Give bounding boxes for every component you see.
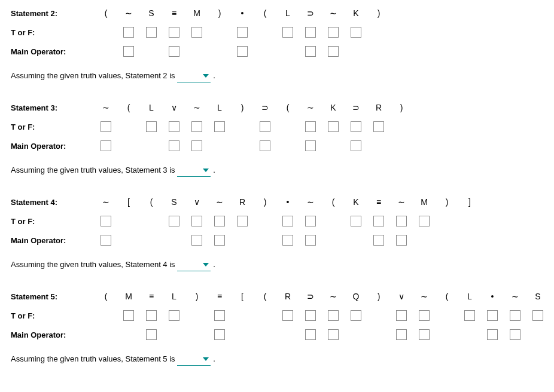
mainop-input[interactable] [305,140,316,151]
truth-value-select[interactable] [177,259,211,271]
logic-symbol: L [467,292,472,301]
mainop-input[interactable] [305,235,316,246]
torf-input[interactable] [214,121,225,132]
torf-input[interactable] [351,216,361,226]
logic-symbol: L [217,103,222,112]
mainop-input[interactable] [123,46,134,57]
mainop-input[interactable] [305,329,316,340]
mainop-input[interactable] [305,46,316,57]
logic-symbol: ∼ [102,103,109,112]
torf-input[interactable] [169,216,179,226]
torf-input[interactable] [146,310,157,321]
torf-input[interactable] [328,310,339,321]
statement-title: Statement 2: [11,9,95,18]
torf-input[interactable] [532,310,543,321]
torf-input[interactable] [419,310,430,321]
torf-input[interactable] [396,310,407,321]
mainop-input[interactable] [101,140,111,151]
truth-value-select[interactable] [177,71,211,82]
mainop-input[interactable] [237,46,248,57]
mainop-input[interactable] [169,140,179,151]
truth-value-select[interactable] [177,165,211,177]
torf-input[interactable] [396,216,407,226]
torf-input[interactable] [169,27,179,38]
logic-symbol: ∼ [307,197,314,207]
torf-input[interactable] [214,216,225,226]
logic-symbol: L [285,8,290,18]
logic-symbol: ( [446,292,449,301]
torf-input[interactable] [351,310,361,321]
torf-input[interactable] [305,310,316,321]
torf-input[interactable] [101,216,111,226]
period: . [213,354,215,363]
torf-input[interactable] [191,216,202,226]
mainop-input[interactable] [214,329,225,340]
mainop-input[interactable] [191,140,202,151]
truth-value-select[interactable] [177,354,211,366]
logic-symbol: ⊃ [352,103,360,112]
torf-input[interactable] [191,121,202,132]
mainop-input[interactable] [214,235,225,246]
torf-input[interactable] [510,310,520,321]
mainop-input[interactable] [373,235,384,246]
torf-input[interactable] [146,121,157,132]
mainop-input[interactable] [328,329,339,340]
logic-symbol: ) [264,197,267,207]
torf-input[interactable] [101,121,111,132]
torf-input[interactable] [419,216,430,226]
torf-input[interactable] [351,27,361,38]
mainop-input[interactable] [282,235,293,246]
torf-input[interactable] [487,310,498,321]
mainop-input[interactable] [260,140,270,151]
assume-sentence: Assuming the given truth values, Stateme… [11,71,547,82]
mainop-input[interactable] [101,235,111,246]
torf-input[interactable] [260,121,270,132]
logic-symbol: [ [127,197,130,207]
torf-input[interactable] [169,121,179,132]
torf-input[interactable] [282,27,293,38]
assume-sentence: Assuming the given truth values, Stateme… [11,259,547,271]
torf-input[interactable] [373,216,384,226]
torf-label: T or F: [11,122,95,131]
torf-input[interactable] [123,310,134,321]
torf-input[interactable] [191,27,202,38]
torf-input[interactable] [464,310,475,321]
torf-input[interactable] [169,310,179,321]
logic-symbol: ∨ [194,197,200,207]
torf-input[interactable] [282,310,293,321]
statement-block-5: Statement 5:(M≡L)≡[(R⊃∼Q)∨∼(L•∼S)]T or F… [11,288,547,366]
torf-input[interactable] [373,121,384,132]
torf-input[interactable] [305,216,316,226]
torf-label: T or F: [11,28,95,37]
logic-symbol: ) [378,292,381,301]
logic-symbol: ∼ [330,292,337,301]
mainop-input[interactable] [351,140,361,151]
logic-symbol: ∼ [193,103,200,112]
logic-symbol: R [239,197,245,207]
mainop-input[interactable] [169,46,179,57]
mainop-input[interactable] [191,235,202,246]
logic-symbol: K [330,103,336,112]
torf-input[interactable] [305,27,316,38]
logic-symbol: ⊃ [307,292,314,301]
mainop-input[interactable] [510,329,520,340]
torf-input[interactable] [351,121,361,132]
torf-input[interactable] [146,27,157,38]
mainop-input[interactable] [396,329,407,340]
torf-input[interactable] [305,121,316,132]
mainop-input[interactable] [396,235,407,246]
logic-symbol: ) [241,103,244,112]
torf-input[interactable] [328,27,339,38]
mainop-input[interactable] [419,329,430,340]
mainop-input[interactable] [328,46,339,57]
torf-input[interactable] [214,310,225,321]
torf-input[interactable] [237,216,248,226]
torf-input[interactable] [328,121,339,132]
torf-input[interactable] [237,27,248,38]
torf-input[interactable] [282,216,293,226]
torf-input[interactable] [123,27,134,38]
assume-sentence: Assuming the given truth values, Stateme… [11,165,547,177]
mainop-input[interactable] [146,329,157,340]
mainop-input[interactable] [487,329,498,340]
logic-symbol: ∼ [216,197,223,207]
